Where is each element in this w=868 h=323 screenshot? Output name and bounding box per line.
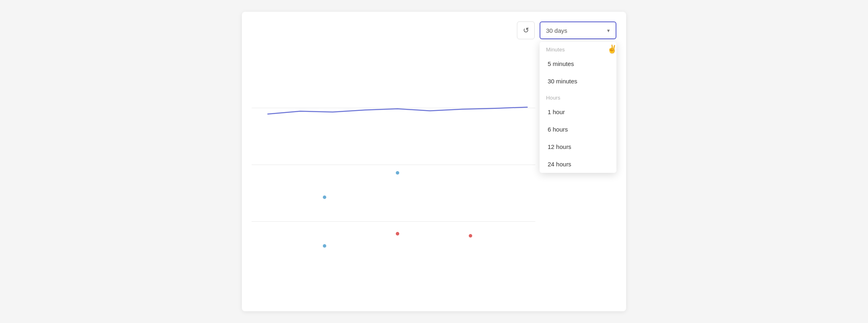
dropdown-trigger[interactable]: 30 days ▾ xyxy=(540,21,616,39)
option-24-hours[interactable]: 24 hours xyxy=(540,155,616,173)
option-6-hours[interactable]: 6 hours xyxy=(540,121,616,138)
svg-point-4 xyxy=(322,195,326,199)
main-panel: ↺ 30 days ▾ Minutes 5 minutes 30 minutes… xyxy=(242,12,626,311)
group-label-minutes: Minutes xyxy=(540,42,616,55)
option-1-hour[interactable]: 1 hour xyxy=(540,103,616,121)
refresh-button[interactable]: ↺ xyxy=(517,21,535,39)
group-label-hours: Hours xyxy=(540,90,616,103)
chevron-down-icon: ▾ xyxy=(607,28,610,34)
toolbar: ↺ 30 days ▾ Minutes 5 minutes 30 minutes… xyxy=(252,21,616,39)
svg-point-6 xyxy=(468,234,472,238)
svg-point-5 xyxy=(396,232,400,236)
svg-point-7 xyxy=(322,244,326,248)
refresh-icon: ↺ xyxy=(523,26,529,35)
option-5-minutes[interactable]: 5 minutes xyxy=(540,55,616,72)
dropdown-scroll-area[interactable]: Minutes 5 minutes 30 minutes Hours 1 hou… xyxy=(540,42,616,173)
svg-point-3 xyxy=(396,171,400,175)
dropdown-container: 30 days ▾ Minutes 5 minutes 30 minutes H… xyxy=(540,21,616,39)
option-30-minutes[interactable]: 30 minutes xyxy=(540,72,616,90)
dropdown-menu: Minutes 5 minutes 30 minutes Hours 1 hou… xyxy=(540,42,616,173)
option-12-hours[interactable]: 12 hours xyxy=(540,138,616,155)
dropdown-selected-value: 30 days xyxy=(546,27,567,34)
